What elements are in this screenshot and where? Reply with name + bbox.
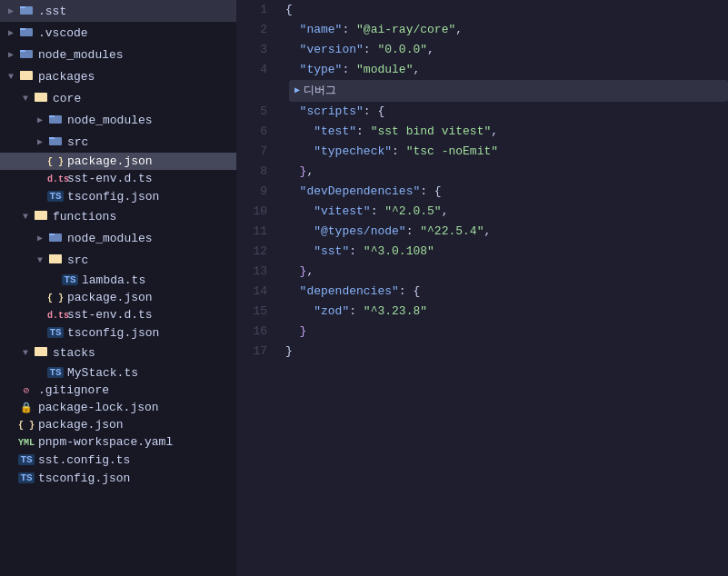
editor-line: 10 "vitest": "^2.0.5", xyxy=(236,202,728,222)
sidebar-item-label: src xyxy=(67,253,88,267)
sidebar-item-label: .vscode xyxy=(38,26,88,40)
sidebar-item-tsconfig_core[interactable]: TStsconfig.json xyxy=(0,187,236,205)
sidebar-item-vscode[interactable]: ▶.vscode xyxy=(0,22,236,44)
line-number: 7 xyxy=(236,142,282,162)
editor-line: 5 "scripts": { xyxy=(236,102,728,122)
sidebar-item-pnpm_workspace[interactable]: YMLpnpm-workspace.yaml xyxy=(0,433,236,451)
sidebar-item-sst_config[interactable]: TSsst.config.ts xyxy=(0,451,236,469)
debug-label: 디버그 xyxy=(304,81,336,101)
file-explorer: ▶.sst▶.vscode▶node_modules▼packages▼core… xyxy=(0,0,236,576)
sidebar-item-label: .sst xyxy=(38,5,66,18)
sidebar-item-label: node_modules xyxy=(67,114,153,127)
json-file-icon: { } xyxy=(47,291,64,304)
sidebar-item-label: sst.config.ts xyxy=(38,453,130,467)
sidebar-item-label: functions xyxy=(53,210,116,223)
line-content: "version": "0.0.0", xyxy=(282,40,728,60)
folder-open-icon xyxy=(47,251,64,269)
sidebar-item-package_json_func[interactable]: { }package.json xyxy=(0,289,236,306)
sidebar-item-label: sst-env.d.ts xyxy=(67,172,153,185)
sidebar-item-core_node_modules[interactable]: ▶node_modules xyxy=(0,109,236,131)
svg-rect-21 xyxy=(35,347,40,349)
folder-open-icon xyxy=(33,207,49,225)
editor-line: 7 "typecheck": "tsc -noEmit" xyxy=(236,142,728,162)
sidebar-item-package_lock[interactable]: 🔒package-lock.json xyxy=(0,399,236,416)
expand-arrow: ▶ xyxy=(4,49,18,60)
editor-line: 15 "zod": "^3.23.8" xyxy=(236,302,728,322)
editor-line: 11 "@types/node": "^22.5.4", xyxy=(236,222,728,242)
yaml-file-icon: YML xyxy=(18,435,35,449)
debug-arrow-icon: ▶ xyxy=(294,81,300,101)
sidebar-item-functions[interactable]: ▼functions xyxy=(0,205,236,227)
svg-rect-11 xyxy=(49,115,55,117)
ts-file-icon: TS xyxy=(47,189,64,204)
line-number: 2 xyxy=(236,20,282,40)
sidebar-item-sst[interactable]: ▶.sst xyxy=(0,0,236,22)
line-number: 8 xyxy=(236,162,282,182)
sidebar-item-label: pnpm-workspace.yaml xyxy=(38,435,173,449)
expand-arrow: ▼ xyxy=(18,348,33,358)
line-content: "sst": "^3.0.108" xyxy=(282,242,728,262)
debug-overlay[interactable]: ▶디버그 xyxy=(289,80,728,102)
line-content: } xyxy=(282,322,728,342)
ts-file-icon: TS xyxy=(47,365,64,380)
sidebar-item-label: MyStack.ts xyxy=(67,366,138,380)
line-content: } xyxy=(282,342,728,362)
sidebar-item-label: stacks xyxy=(53,346,95,360)
sidebar-item-lambda_ts[interactable]: TSlambda.ts xyxy=(0,271,236,289)
folder-open-icon xyxy=(18,67,35,85)
sidebar-item-label: package.json xyxy=(67,154,153,168)
sidebar-item-tsconfig_root[interactable]: TStsconfig.json xyxy=(0,469,236,487)
gitignore-file-icon: ⊘ xyxy=(18,383,35,397)
line-number: 3 xyxy=(236,40,282,60)
sidebar-item-core_src[interactable]: ▶src xyxy=(0,131,236,153)
editor-line: 12 "sst": "^3.0.108" xyxy=(236,242,728,262)
svg-rect-19 xyxy=(49,254,55,256)
line-number: 6 xyxy=(236,122,282,142)
sidebar-item-packages[interactable]: ▼packages xyxy=(0,65,236,87)
expand-arrow: ▼ xyxy=(33,255,47,265)
line-number: 13 xyxy=(236,262,282,282)
sidebar-item-gitignore[interactable]: ⊘.gitignore xyxy=(0,382,236,399)
ts-file-icon: TS xyxy=(18,471,35,485)
sidebar-item-core[interactable]: ▼core xyxy=(0,87,236,109)
sidebar-item-package_json_root[interactable]: { }package.json xyxy=(0,416,236,433)
line-content: "name": "@ai-ray/core", xyxy=(282,20,728,40)
line-content: { xyxy=(282,0,728,20)
line-number: 16 xyxy=(236,322,282,342)
line-number: 14 xyxy=(236,282,282,302)
editor-line: 6 "test": "sst bind vitest", xyxy=(236,122,728,142)
editor-line: 17} xyxy=(236,342,728,362)
sidebar-item-stacks[interactable]: ▼stacks xyxy=(0,342,236,363)
line-number: 5 xyxy=(236,102,282,122)
editor-line: 16 } xyxy=(236,322,728,342)
sidebar-item-label: tsconfig.json xyxy=(67,326,159,340)
svg-rect-5 xyxy=(20,50,25,52)
line-number: 15 xyxy=(236,302,282,322)
line-number: 1 xyxy=(236,0,282,20)
line-number: 4 xyxy=(236,60,282,102)
line-content: "typecheck": "tsc -noEmit" xyxy=(282,142,728,162)
line-content: "vitest": "^2.0.5", xyxy=(282,202,728,222)
svg-rect-15 xyxy=(35,211,40,213)
json-file-icon: { } xyxy=(47,154,64,168)
editor-content: 1{2 "name": "@ai-ray/core",3 "version": … xyxy=(236,0,728,362)
svg-rect-3 xyxy=(20,28,25,30)
line-number: 12 xyxy=(236,242,282,262)
line-content: "scripts": { xyxy=(282,102,728,122)
sidebar-item-functions_src[interactable]: ▼src xyxy=(0,249,236,271)
sidebar-item-sst_env_d_ts_core[interactable]: d.tssst-env.d.ts xyxy=(0,170,236,187)
sidebar-item-package_json_core[interactable]: { }package.json xyxy=(0,153,236,170)
sidebar-item-label: package.json xyxy=(67,291,153,304)
editor-line: 2 "name": "@ai-ray/core", xyxy=(236,20,728,40)
editor-line: 4 "type": "module",▶디버그 xyxy=(236,60,728,102)
sidebar-item-mystack_ts[interactable]: TSMyStack.ts xyxy=(0,363,236,382)
ts-file-icon: TS xyxy=(47,325,64,340)
sidebar-item-functions_node_modules[interactable]: ▶node_modules xyxy=(0,227,236,249)
sidebar-item-node_modules_root[interactable]: ▶node_modules xyxy=(0,44,236,65)
sidebar-item-tsconfig_func[interactable]: TStsconfig.json xyxy=(0,323,236,342)
sidebar-item-sst_env_d_ts_func[interactable]: d.tssst-env.d.ts xyxy=(0,306,236,323)
expand-arrow: ▶ xyxy=(33,233,47,243)
editor-line: 3 "version": "0.0.0", xyxy=(236,40,728,60)
ts-file-icon: TS xyxy=(62,273,78,287)
sidebar-item-label: tsconfig.json xyxy=(38,472,130,485)
